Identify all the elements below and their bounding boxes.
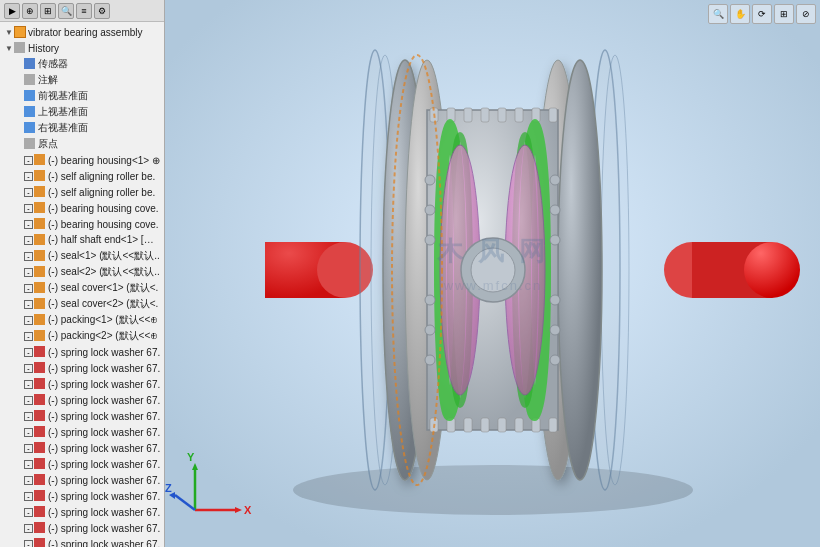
tree-item-front-plane[interactable]: 前视基准面 [0,88,164,104]
tree-item-spring11[interactable]: -(-) spring lock washer 67. [0,504,164,520]
expand-arrow: ▼ [4,43,14,53]
tree-item-history[interactable]: ▼History [0,40,164,56]
vp-rotate-btn[interactable]: ⟳ [752,4,772,24]
tree-item-comp2[interactable]: -(-) self aligning roller be. [0,168,164,184]
minus-indicator: - [24,476,33,485]
expand-arrow [14,411,24,421]
svg-point-49 [550,205,560,215]
tree-item-spring5[interactable]: -(-) spring lock washer 67. [0,408,164,424]
svg-rect-30 [498,418,506,432]
toolbar-btn-4[interactable]: 🔍 [58,3,74,19]
tree-item-comp6[interactable]: -(-) half shaft end<1> [默认.. [0,232,164,248]
tree-root[interactable]: ▼ vibrator bearing assembly [0,24,164,40]
svg-point-44 [425,235,435,245]
tree-item-comp9[interactable]: -(-) seal cover<1> (默认<. [0,280,164,296]
tree-item-origin[interactable]: 原点 [0,136,164,152]
vp-fit-btn[interactable]: ⊞ [774,4,794,24]
svg-rect-21 [481,108,489,122]
tree-item-spring7[interactable]: -(-) spring lock washer 67. [0,440,164,456]
toolbar-btn-5[interactable]: ≡ [76,3,92,19]
minus-indicator: - [24,444,33,453]
tree-item-label: 上视基准面 [38,105,88,119]
minus-indicator: - [24,316,33,325]
tree-item-label: (-) half shaft end<1> [默认.. [48,233,162,247]
expand-arrow [14,75,24,85]
expand-arrow [14,379,24,389]
tree-item-comp3[interactable]: -(-) self aligning roller be. [0,184,164,200]
minus-indicator: - [24,428,33,437]
tree-item-notes[interactable]: 注解 [0,72,164,88]
svg-point-12 [601,55,629,485]
component-icon [34,218,46,230]
vp-section-btn[interactable]: ⊘ [796,4,816,24]
tree-item-label: (-) spring lock washer 67. [48,539,160,548]
component-icon [34,186,46,198]
tree-item-label: (-) packing<1> (默认<<⊕ [48,313,158,327]
tree-item-comp10[interactable]: -(-) seal cover<2> (默认<. [0,296,164,312]
history-icon [14,42,26,54]
tree-item-sensor[interactable]: 传感器 [0,56,164,72]
tree-item-comp4[interactable]: -(-) bearing housing cove. [0,200,164,216]
toolbar-btn-1[interactable]: ▶ [4,3,20,19]
tree-item-spring10[interactable]: -(-) spring lock washer 67. [0,488,164,504]
tree-item-spring4[interactable]: -(-) spring lock washer 67. [0,392,164,408]
tree-item-comp5[interactable]: -(-) bearing housing cove. [0,216,164,232]
component-icon [34,330,46,342]
tree-item-label: History [28,43,59,54]
expand-arrow [14,203,24,213]
tree-item-spring13[interactable]: -(-) spring lock washer 67. [0,536,164,547]
tree-item-label: 前视基准面 [38,89,88,103]
spring-icon [34,538,46,547]
toolbar-btn-3[interactable]: ⊞ [40,3,56,19]
tree-item-comp8[interactable]: -(-) seal<2> (默认<<默认.. [0,264,164,280]
tree-item-label: (-) seal cover<1> (默认<. [48,281,158,295]
tree-item-comp1[interactable]: -(-) bearing housing<1> ⊕ [0,152,164,168]
tree-item-comp7[interactable]: -(-) seal<1> (默认<<默认.. [0,248,164,264]
svg-rect-31 [515,418,523,432]
tree-item-label: (-) spring lock washer 67. [48,475,160,486]
3d-viewport[interactable]: 木 风 网 www.mfcn.cn X Y Z 🔍 ✋ ⟳ ⊞ ⊘ [165,0,820,547]
expand-arrow [14,491,24,501]
toolbar-btn-2[interactable]: ⊕ [22,3,38,19]
tree-item-label: (-) spring lock washer 67. [48,507,160,518]
svg-text:木 风 网: 木 风 网 [436,236,549,266]
minus-indicator: - [24,364,33,373]
tree-item-label: (-) spring lock washer 67. [48,411,160,422]
tree-item-spring8[interactable]: -(-) spring lock washer 67. [0,456,164,472]
svg-rect-29 [481,418,489,432]
feature-tree[interactable]: ▼ vibrator bearing assembly ▼History传感器注… [0,22,164,547]
tree-item-label: (-) spring lock washer 67. [48,347,160,358]
component-icon [34,298,46,310]
assembly-svg: 木 风 网 www.mfcn.cn X Y Z [165,0,820,547]
tree-item-spring3[interactable]: -(-) spring lock washer 67. [0,376,164,392]
expand-arrow [14,235,24,245]
svg-rect-25 [549,108,557,122]
toolbar-btn-6[interactable]: ⚙ [94,3,110,19]
tree-item-spring12[interactable]: -(-) spring lock washer 67. [0,520,164,536]
svg-rect-28 [464,418,472,432]
tree-item-label: 传感器 [38,57,68,71]
tree-item-label: 注解 [38,73,58,87]
spring-icon [34,394,46,406]
minus-indicator: - [24,156,33,165]
plane-icon [24,122,36,134]
minus-indicator: - [24,268,33,277]
expand-arrow [14,315,24,325]
tree-item-spring1[interactable]: -(-) spring lock washer 67. [0,344,164,360]
svg-text:www.mfcn.cn: www.mfcn.cn [443,278,543,293]
minus-indicator: - [24,540,33,548]
tree-item-comp12[interactable]: -(-) packing<2> (默认<<⊕ [0,328,164,344]
minus-indicator: - [24,284,33,293]
tree-item-comp11[interactable]: -(-) packing<1> (默认<<⊕ [0,312,164,328]
tree-item-spring9[interactable]: -(-) spring lock washer 67. [0,472,164,488]
tree-item-right-plane[interactable]: 右视基准面 [0,120,164,136]
minus-indicator: - [24,492,33,501]
tree-item-spring6[interactable]: -(-) spring lock washer 67. [0,424,164,440]
expand-arrow [14,155,24,165]
tree-item-spring2[interactable]: -(-) spring lock washer 67. [0,360,164,376]
tree-item-top-plane[interactable]: 上视基准面 [0,104,164,120]
expand-arrow [14,139,24,149]
expand-icon: ▼ [4,27,14,37]
vp-pan-btn[interactable]: ✋ [730,4,750,24]
vp-zoom-btn[interactable]: 🔍 [708,4,728,24]
